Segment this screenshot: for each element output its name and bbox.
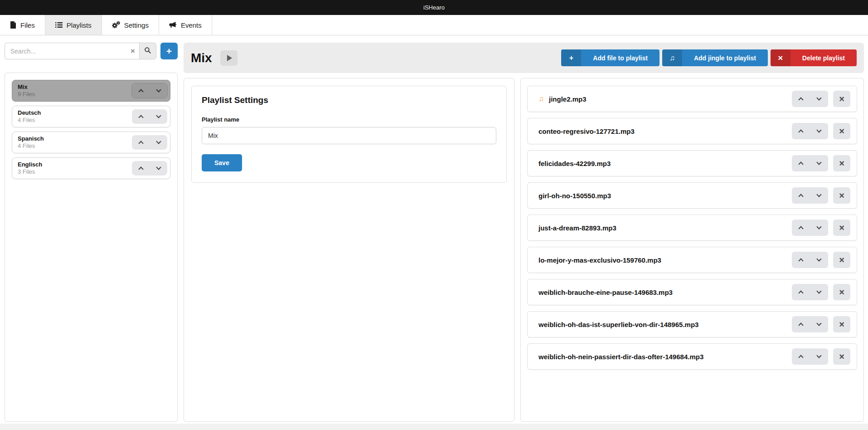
tab-events[interactable]: Events xyxy=(159,15,212,35)
sidebar: × + Mix9 FilesDeutsch4 FilesSpanisch4 Fi… xyxy=(5,43,178,422)
file-row-controls: × xyxy=(792,155,850,171)
remove-file-button[interactable]: × xyxy=(833,123,850,139)
chevron-up-icon xyxy=(138,89,143,94)
panels-row: Playlist Settings Playlist name Save ♫ji… xyxy=(184,78,864,422)
move-down-button[interactable] xyxy=(150,161,167,176)
chevron-down-icon xyxy=(156,165,161,170)
playlist-item-meta: Deutsch4 Files xyxy=(18,109,41,123)
clear-search-icon[interactable]: × xyxy=(131,43,135,59)
music-note-icon: ♫ xyxy=(662,49,682,66)
playlist-item-file-count: 4 Files xyxy=(18,117,41,124)
move-up-button[interactable] xyxy=(792,348,810,365)
chevron-down-icon xyxy=(816,160,821,165)
playlist-title: Mix xyxy=(191,51,212,65)
chevron-up-icon xyxy=(798,290,803,295)
move-down-button[interactable] xyxy=(810,284,828,300)
file-name: just-a-dream-82893.mp3 xyxy=(538,224,616,232)
tab-settings[interactable]: Settings xyxy=(102,15,159,35)
remove-x-icon: × xyxy=(839,223,844,232)
add-playlist-button[interactable]: + xyxy=(160,43,178,59)
settings-title: Playlist Settings xyxy=(202,95,496,105)
move-down-button[interactable] xyxy=(810,155,828,171)
playlist-item-deutsch[interactable]: Deutsch4 Files xyxy=(12,106,170,127)
move-button-group xyxy=(792,187,828,204)
plus-icon: + xyxy=(166,46,172,56)
chevron-down-icon xyxy=(156,113,161,118)
playlist-list-panel: Mix9 FilesDeutsch4 FilesSpanisch4 FilesE… xyxy=(5,73,178,422)
move-up-button[interactable] xyxy=(792,316,810,332)
tab-playlists[interactable]: Playlists xyxy=(45,15,102,35)
chevron-down-icon xyxy=(816,224,821,229)
move-up-button[interactable] xyxy=(132,109,150,124)
file-row-controls: × xyxy=(792,284,850,300)
move-down-button[interactable] xyxy=(810,252,828,268)
play-icon xyxy=(227,55,232,61)
move-up-button[interactable] xyxy=(792,155,810,171)
move-down-button[interactable] xyxy=(810,187,828,204)
move-down-button[interactable] xyxy=(810,220,828,236)
playlist-item-mix[interactable]: Mix9 Files xyxy=(12,80,170,102)
remove-file-button[interactable]: × xyxy=(833,155,850,171)
move-up-button[interactable] xyxy=(792,220,810,236)
move-up-button[interactable] xyxy=(792,91,810,107)
move-button-group xyxy=(132,135,167,150)
remove-file-button[interactable]: × xyxy=(833,91,850,107)
chevron-up-icon xyxy=(798,161,803,166)
remove-x-icon: × xyxy=(839,320,844,329)
remove-x-icon: × xyxy=(839,191,844,200)
playlist-name-input[interactable] xyxy=(202,127,496,144)
topbar: iSHearo xyxy=(0,0,868,15)
tab-files[interactable]: Files xyxy=(0,15,45,35)
remove-file-button[interactable]: × xyxy=(833,284,850,300)
play-playlist-button[interactable] xyxy=(220,50,238,66)
move-down-button[interactable] xyxy=(810,91,828,107)
gears-icon xyxy=(112,21,120,29)
playlist-item-spanisch[interactable]: Spanisch4 Files xyxy=(12,132,170,153)
remove-file-button[interactable]: × xyxy=(833,316,850,332)
add-file-to-playlist-button[interactable]: + Add file to playlist xyxy=(561,49,659,66)
delete-playlist-button[interactable]: × Delete playlist xyxy=(771,49,857,66)
chevron-down-icon xyxy=(156,87,161,92)
playlist-item-englisch[interactable]: Englisch3 Files xyxy=(12,157,170,179)
move-up-button[interactable] xyxy=(792,252,810,268)
chevron-down-icon xyxy=(816,321,821,326)
move-button-group xyxy=(792,348,828,365)
save-button[interactable]: Save xyxy=(202,154,242,171)
file-row-controls: × xyxy=(792,348,850,365)
move-up-button[interactable] xyxy=(792,187,810,204)
add-jingle-to-playlist-button[interactable]: ♫ Add jingle to playlist xyxy=(662,49,768,66)
file-name: girl-oh-no-150550.mp3 xyxy=(538,192,611,200)
remove-x-icon: × xyxy=(839,159,844,168)
move-button-group xyxy=(132,161,167,176)
move-up-button[interactable] xyxy=(132,135,150,150)
playlist-file-row: lo-mejor-y-mas-exclusivo-159760.mp3× xyxy=(527,247,857,273)
chevron-up-icon xyxy=(798,226,803,231)
move-down-button[interactable] xyxy=(150,109,167,124)
chevron-up-icon xyxy=(138,115,143,120)
move-button-group xyxy=(792,91,828,107)
move-button-group xyxy=(792,284,828,300)
move-down-button[interactable] xyxy=(810,123,828,139)
move-up-button[interactable] xyxy=(132,161,150,176)
move-down-button[interactable] xyxy=(810,316,828,332)
move-up-button[interactable] xyxy=(792,123,810,139)
playlist-file-row: conteo-regresivo-127721.mp3× xyxy=(527,118,857,144)
tab-label: Settings xyxy=(124,21,149,29)
remove-file-button[interactable]: × xyxy=(833,187,850,204)
remove-file-button[interactable]: × xyxy=(833,220,850,236)
file-icon xyxy=(10,21,16,29)
move-down-button[interactable] xyxy=(150,135,167,150)
move-up-button[interactable] xyxy=(792,284,810,300)
jingle-note-icon: ♫ xyxy=(538,95,544,103)
content-area: × + Mix9 FilesDeutsch4 FilesSpanisch4 Fi… xyxy=(0,35,868,424)
move-up-button[interactable] xyxy=(132,83,150,98)
remove-file-button[interactable]: × xyxy=(833,252,850,268)
remove-x-icon: × xyxy=(839,288,844,297)
list-icon xyxy=(55,22,63,28)
search-input[interactable] xyxy=(5,43,139,59)
move-down-button[interactable] xyxy=(810,348,828,365)
file-name: conteo-regresivo-127721.mp3 xyxy=(538,127,635,135)
remove-file-button[interactable]: × xyxy=(833,348,850,365)
search-button[interactable] xyxy=(139,43,156,59)
move-down-button[interactable] xyxy=(150,83,167,98)
